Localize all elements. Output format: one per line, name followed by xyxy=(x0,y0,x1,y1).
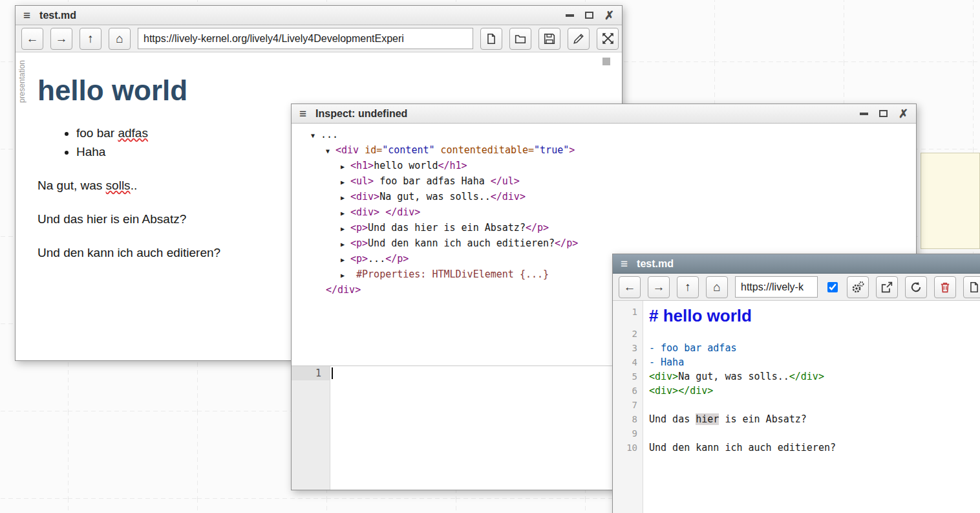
text-token: Haha xyxy=(76,145,105,158)
line-number: 6 xyxy=(613,384,643,398)
collapse-arrow-icon[interactable]: ▼ xyxy=(326,144,336,158)
inspector-tree-node[interactable]: ▶<p>Und das hier is ein Absatz?</p> xyxy=(311,221,916,236)
forward-arrow-icon: → xyxy=(56,32,68,45)
inspector-tree-node[interactable]: ▶<h1>hello world</h1> xyxy=(311,158,916,174)
text-token: adfas xyxy=(118,126,147,140)
window-menu-icon[interactable]: ≡ xyxy=(23,9,30,21)
maximize-icon[interactable] xyxy=(585,12,593,19)
fullscreen-button[interactable] xyxy=(597,28,619,50)
code-line[interactable]: 4- Haha xyxy=(613,355,980,369)
expand-arrow-icon[interactable]: ▶ xyxy=(341,191,350,205)
close-icon[interactable]: ✗ xyxy=(604,10,614,21)
new-file-button[interactable] xyxy=(480,28,502,50)
code-line[interactable]: 7 xyxy=(613,398,980,412)
titlebar[interactable]: ≡ Inspect: undefined ✗ xyxy=(292,104,916,124)
gears-icon xyxy=(851,281,864,294)
auto-update-checkbox[interactable] xyxy=(827,282,838,292)
markdown-heading: hello world xyxy=(37,74,596,107)
titlebar[interactable]: ≡ test.md xyxy=(613,254,980,274)
delete-button[interactable] xyxy=(934,276,956,298)
inspector-tree-node[interactable]: ▼<div id="content" contenteditable="true… xyxy=(311,143,916,158)
code-editor[interactable]: 1# hello world23- foo bar adfas4- Haha5<… xyxy=(613,301,980,513)
save-floppy-icon xyxy=(544,33,555,45)
code-line[interactable]: 6<div></div> xyxy=(613,384,980,398)
text-token: # hello world xyxy=(649,306,752,325)
code-line[interactable]: 1# hello world xyxy=(613,305,980,327)
toolbar: ← → ↑ ⌂ xyxy=(613,274,980,301)
text-token: id= xyxy=(359,144,382,156)
text-token: <div> xyxy=(649,371,678,382)
inspector-tree-node[interactable]: ▶<div>Na gut, was solls..</div> xyxy=(311,190,916,205)
home-button[interactable]: ⌂ xyxy=(109,28,131,50)
forward-button[interactable]: → xyxy=(648,276,670,298)
toolbar: ← → ↑ ⌂ xyxy=(16,25,622,52)
inspector-tree-node[interactable]: ▶<ul> foo bar adfas Haha </ul> xyxy=(311,174,916,190)
text-token: Und den kann ich auch editieren? xyxy=(649,442,836,453)
window-menu-icon[interactable]: ≡ xyxy=(299,107,306,120)
expand-arrow-icon[interactable]: ▶ xyxy=(341,237,350,252)
text-token: <p> xyxy=(350,237,368,249)
text-token: </p> xyxy=(555,237,578,249)
scrollbar-thumb[interactable] xyxy=(602,58,610,65)
new-file-button[interactable] xyxy=(963,276,980,298)
text-token: is ein Absatz? xyxy=(719,413,806,425)
back-arrow-icon: ← xyxy=(624,281,636,293)
open-external-button[interactable] xyxy=(876,276,898,298)
expand-arrow-icon[interactable]: ▶ xyxy=(341,222,350,236)
expand-arrow-icon[interactable]: ▶ xyxy=(341,253,350,267)
window-title: Inspect: undefined xyxy=(315,108,407,120)
window-controls: ✗ xyxy=(566,10,614,21)
text-token: "content" xyxy=(382,144,434,156)
text-token: <div> xyxy=(350,206,379,218)
settings-button[interactable] xyxy=(847,276,869,298)
expand-arrow-icon[interactable]: ▶ xyxy=(341,160,350,174)
line-number: 2 xyxy=(613,327,643,341)
collapse-arrow-icon[interactable]: ▼ xyxy=(311,129,321,143)
edit-button[interactable] xyxy=(568,28,590,50)
close-icon[interactable]: ✗ xyxy=(899,108,908,120)
code-line[interactable]: 5<div>Na gut, was solls..</div> xyxy=(613,369,980,384)
titlebar[interactable]: ≡ test.md ✗ xyxy=(16,6,622,25)
url-input[interactable] xyxy=(735,276,818,298)
back-button[interactable]: ← xyxy=(21,28,43,50)
expand-arrow-icon[interactable]: ▶ xyxy=(341,206,350,221)
minimize-icon[interactable] xyxy=(860,113,868,115)
code-text: Und den kann ich auch editieren? xyxy=(643,441,836,455)
window-menu-icon[interactable]: ≡ xyxy=(621,257,628,270)
forward-button[interactable]: → xyxy=(50,28,72,50)
text-token: "true" xyxy=(534,144,569,156)
text-token: <div> xyxy=(649,385,678,397)
minimize-icon[interactable] xyxy=(566,14,574,17)
home-button[interactable]: ⌂ xyxy=(706,276,728,298)
save-button[interactable] xyxy=(538,28,560,50)
line-number-gutter: 1 xyxy=(292,366,330,490)
up-button[interactable]: ↑ xyxy=(677,276,699,298)
text-token: Und den kann ich auch editieren? xyxy=(37,246,220,259)
text-token: Na gut, was solls.. xyxy=(678,371,789,382)
inspector-tree-node[interactable]: ▼... xyxy=(311,127,916,143)
text-token: </div> xyxy=(789,371,824,382)
text-token: foo bar adfas Haha xyxy=(374,175,491,187)
up-button[interactable]: ↑ xyxy=(80,28,101,50)
url-input[interactable] xyxy=(138,28,473,49)
code-line[interactable]: 3- foo bar adfas xyxy=(613,341,980,355)
expand-arrows-icon xyxy=(602,32,614,45)
text-token: Und das hier is ein Absatz? xyxy=(368,222,526,234)
maximize-icon[interactable] xyxy=(879,110,888,117)
inspector-tree-node[interactable]: ▶<div> </div> xyxy=(311,205,916,221)
code-line[interactable]: 10Und den kann ich auch editieren? xyxy=(613,441,980,455)
text-token: <div> xyxy=(350,191,379,202)
inspector-tree-node[interactable]: ▶<p>Und den kann ich auch editieren?</p> xyxy=(311,236,916,252)
folder-icon xyxy=(515,33,526,45)
expand-arrow-icon[interactable]: ▶ xyxy=(341,175,350,190)
trash-icon xyxy=(939,281,951,293)
browse-folder-button[interactable] xyxy=(509,28,531,50)
code-line[interactable]: 8Und das hier is ein Absatz? xyxy=(613,412,980,426)
back-button[interactable]: ← xyxy=(619,276,641,298)
document-icon xyxy=(485,33,497,45)
code-line[interactable]: 9 xyxy=(613,426,980,441)
refresh-button[interactable] xyxy=(905,276,927,298)
expand-arrow-icon[interactable]: ▶ xyxy=(341,268,350,283)
line-number: 9 xyxy=(613,426,643,441)
code-line[interactable]: 2 xyxy=(613,327,980,341)
